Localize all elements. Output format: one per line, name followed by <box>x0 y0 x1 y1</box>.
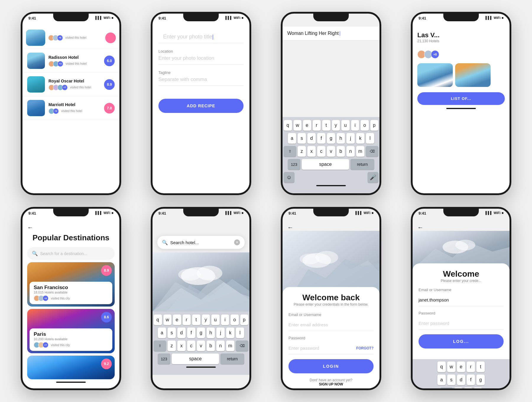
location-input[interactable]: Enter your photo location <box>158 55 244 64</box>
hotel-item-royal[interactable]: Royal Oscar Hotel +7 visited this hotel … <box>22 73 119 96</box>
key-n[interactable]: n <box>346 146 355 157</box>
key-hs-q[interactable]: q <box>154 315 162 325</box>
key-s[interactable]: s <box>298 133 306 144</box>
forgot-link[interactable]: FORGOT? <box>356 346 374 350</box>
key-hs-h[interactable]: h <box>207 328 215 338</box>
key-a[interactable]: a <box>288 133 296 144</box>
key-hs-v[interactable]: v <box>197 341 205 351</box>
key-hs-j[interactable]: j <box>216 328 225 338</box>
back-arrow-login[interactable]: ← <box>283 222 379 231</box>
key-hs-r[interactable]: r <box>183 315 191 325</box>
key-l2-a[interactable]: a <box>437 375 446 385</box>
key-hs-delete[interactable]: ⌫ <box>236 341 248 351</box>
key-h[interactable]: h <box>337 133 345 144</box>
signup-link[interactable]: SIGN UP NOW <box>319 382 343 386</box>
key-return[interactable]: return <box>351 159 374 170</box>
key-hs-n[interactable]: n <box>216 341 225 351</box>
key-hs-w[interactable]: w <box>163 315 172 325</box>
key-hs-a[interactable]: a <box>158 328 166 338</box>
key-q[interactable]: q <box>284 120 292 131</box>
key-k[interactable]: k <box>356 133 364 144</box>
key-hs-m[interactable]: m <box>226 341 234 351</box>
key-l2-t[interactable]: t <box>476 362 485 372</box>
key-hs-e[interactable]: e <box>173 315 181 325</box>
key-r[interactable]: r <box>313 120 321 131</box>
emoji-key[interactable]: ☺ <box>284 172 294 183</box>
tagline-input[interactable]: Separate with comma <box>158 77 244 86</box>
key-hs-c[interactable]: c <box>187 341 195 351</box>
search-bar-dest[interactable]: 🔍 Search for a destination... <box>27 247 115 260</box>
email-input-2[interactable]: janet.thompson <box>419 294 504 306</box>
key-x[interactable]: x <box>307 146 316 157</box>
password-input-2[interactable]: Enter password <box>419 317 504 330</box>
key-j[interactable]: j <box>346 133 355 144</box>
key-numbers[interactable]: 123 <box>288 159 300 170</box>
dest-card-nyc[interactable]: 9.2 <box>27 356 115 379</box>
hotel-item-radisson[interactable]: Radisson Hotel +3 visited this hotel 6.0 <box>22 49 119 73</box>
key-g[interactable]: g <box>327 133 335 144</box>
keyboard-text-field[interactable]: Woman Lifting Her Right | <box>287 31 375 36</box>
key-hs-u[interactable]: u <box>211 315 220 325</box>
key-l2-f[interactable]: f <box>467 375 475 385</box>
key-space[interactable]: space <box>302 159 349 170</box>
mic-key[interactable]: 🎤 <box>368 172 378 183</box>
key-m[interactable]: m <box>356 146 364 157</box>
key-hs-g[interactable]: g <box>197 328 205 338</box>
key-l2-z[interactable]: z <box>454 388 463 388</box>
list-of-button[interactable]: LIST OF... <box>417 92 505 105</box>
key-t[interactable]: t <box>322 120 330 131</box>
key-delete[interactable]: ⌫ <box>366 146 378 157</box>
key-l2-e[interactable]: e <box>457 362 465 372</box>
key-shift[interactable]: ⇧ <box>284 146 296 157</box>
key-f[interactable]: f <box>317 133 325 144</box>
title-input[interactable]: Enter your photo title <box>158 30 244 43</box>
key-hs-d[interactable]: d <box>177 328 186 338</box>
key-p[interactable]: p <box>370 120 379 131</box>
login-button-2[interactable]: LOG... <box>419 334 504 348</box>
key-w[interactable]: w <box>293 120 302 131</box>
key-d[interactable]: d <box>307 133 316 144</box>
key-l2-d[interactable]: d <box>457 375 465 385</box>
key-l2-w[interactable]: w <box>447 362 455 372</box>
key-hs-t[interactable]: t <box>192 315 200 325</box>
email-input[interactable]: Enter email address <box>288 319 374 331</box>
key-b[interactable]: b <box>337 146 345 157</box>
login-button[interactable]: LOGIN <box>288 359 374 373</box>
dest-card-paris[interactable]: 8.6 Paris 10,200 Hotels available +7 vis… <box>27 309 115 353</box>
key-e[interactable]: e <box>303 120 311 131</box>
key-l2-g[interactable]: g <box>476 375 485 385</box>
key-i[interactable]: i <box>351 120 359 131</box>
key-hs-l[interactable]: l <box>236 328 244 338</box>
key-hs-f[interactable]: f <box>187 328 195 338</box>
key-hs-p[interactable]: p <box>240 315 249 325</box>
key-l2-s[interactable]: s <box>447 375 455 385</box>
key-hs-shift[interactable]: ⇧ <box>154 341 166 351</box>
key-hs-s[interactable]: s <box>168 328 176 338</box>
key-hs-return[interactable]: return <box>220 354 244 364</box>
key-y[interactable]: y <box>332 120 340 131</box>
hotel-item-marriott[interactable]: Marriott Hotel +2 visited this hotel 7.8 <box>22 96 119 120</box>
password-input[interactable]: Enter password FORGOT? <box>288 342 374 354</box>
key-hs-y[interactable]: y <box>202 315 210 325</box>
hotel-search-bar[interactable]: 🔍 Search hotel... ✕ <box>157 236 245 249</box>
key-hs-i[interactable]: i <box>221 315 229 325</box>
clear-button-hs[interactable]: ✕ <box>234 239 240 245</box>
key-z[interactable]: z <box>298 146 306 157</box>
key-hs-numbers[interactable]: 123 <box>158 354 170 364</box>
key-o[interactable]: o <box>361 120 369 131</box>
add-recipe-button[interactable]: ADD RECIPE <box>158 99 244 113</box>
key-l2-shift[interactable]: ⇧ <box>440 388 453 388</box>
dest-card-sf[interactable]: 8.9 San Francisco 18,015 Hotels availabl… <box>27 262 115 307</box>
key-u[interactable]: u <box>341 120 350 131</box>
key-c[interactable]: c <box>317 146 325 157</box>
back-arrow-dest[interactable]: ← <box>22 222 119 231</box>
key-hs-k[interactable]: k <box>226 328 234 338</box>
key-hs-x[interactable]: x <box>177 341 186 351</box>
key-hs-space[interactable]: space <box>172 354 219 364</box>
key-v[interactable]: v <box>327 146 335 157</box>
key-hs-z[interactable]: z <box>168 341 176 351</box>
key-l2-c[interactable]: c <box>474 388 482 388</box>
back-arrow-login2[interactable]: ← <box>413 222 510 231</box>
key-hs-o[interactable]: o <box>231 315 239 325</box>
key-l2-q[interactable]: q <box>437 362 446 372</box>
